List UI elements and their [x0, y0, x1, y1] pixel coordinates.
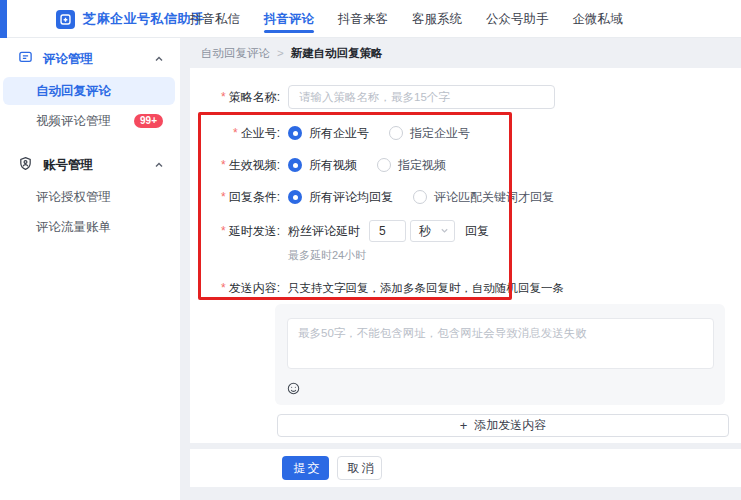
sidebar-section-title: 账号管理 — [43, 157, 93, 174]
header-accent-bar — [0, 0, 7, 38]
add-send-content-label: 添加发送内容 — [474, 417, 546, 434]
cancel-button[interactable]: 取消 — [337, 456, 382, 480]
sidebar-item-comment-traffic-bill[interactable]: 评论流量账单 — [3, 213, 175, 241]
plus-icon: + — [460, 418, 468, 433]
app-logo-icon — [56, 10, 75, 29]
delay-hint-text: 最多延时24小时 — [288, 248, 366, 263]
delay-unit-value: 秒 — [419, 223, 431, 240]
page-title: 新建自动回复策略 — [291, 46, 383, 61]
radio-unselected-icon — [377, 158, 391, 172]
sidebar-section-title: 评论管理 — [43, 51, 93, 68]
radio-reply-keyword-match[interactable]: 评论匹配关键词才回复 — [413, 189, 554, 206]
form-footer-bar: 提交 取消 — [190, 449, 741, 487]
chevron-up-icon — [154, 160, 164, 170]
radio-unselected-icon — [413, 190, 427, 204]
delay-unit-select[interactable]: 秒 — [410, 220, 455, 242]
strategy-name-input[interactable] — [288, 85, 555, 109]
top-header: 芝麻企业号私信助手 抖音私信 抖音评论 抖音来客 客服系统 公众号助手 企微私域 — [0, 0, 741, 38]
breadcrumb: 自动回复评论 > 新建自动回复策略 — [180, 38, 741, 68]
sidebar-item-label: 评论流量账单 — [36, 219, 111, 236]
sidebar-item-label: 视频评论管理 — [36, 113, 111, 130]
radio-unselected-icon — [389, 126, 403, 140]
enterprise-account-row: *企业号: 所有企业号 指定企业号 — [190, 125, 731, 141]
strategy-name-label: 策略名称: — [229, 90, 280, 104]
radio-specified-accounts[interactable]: 指定企业号 — [389, 125, 470, 142]
app-title: 芝麻企业号私信助手 — [83, 10, 205, 28]
emoji-picker-button[interactable] — [287, 380, 303, 396]
nav-tab-wecom[interactable]: 企微私域 — [571, 0, 625, 38]
effective-video-label: 生效视频: — [229, 158, 280, 172]
breadcrumb-parent-link[interactable]: 自动回复评论 — [201, 46, 270, 61]
sidebar: 评论管理 自动回复评论 视频评论管理 99+ 账号管理 评论 — [0, 38, 180, 500]
reply-content-textarea[interactable] — [287, 318, 714, 369]
radio-selected-icon — [288, 158, 302, 172]
sidebar-item-auto-reply-comment[interactable]: 自动回复评论 — [3, 77, 175, 105]
send-content-row: *发送内容: 只支持文字回复，添加多条回复时，自动随机回复一条 — [190, 280, 731, 296]
app-logo[interactable]: 芝麻企业号私信助手 — [56, 0, 205, 38]
chevron-right-icon: > — [277, 47, 284, 59]
radio-selected-icon — [288, 126, 302, 140]
radio-specified-videos[interactable]: 指定视频 — [377, 157, 446, 174]
sidebar-section-account-manage[interactable]: 账号管理 — [0, 149, 180, 181]
strategy-name-row: *策略名称: — [190, 85, 731, 109]
new-strategy-form-card: *策略名称: *企业号: 所有企业号 指定企业号 — [190, 68, 741, 443]
sidebar-item-label: 评论授权管理 — [36, 189, 111, 206]
nav-tab-douyin-private-msg[interactable]: 抖音私信 — [188, 0, 242, 38]
chevron-up-icon — [154, 54, 164, 64]
radio-all-videos[interactable]: 所有视频 — [288, 157, 357, 174]
send-content-label: 发送内容: — [229, 281, 280, 295]
reply-condition-label: 回复条件: — [229, 190, 280, 204]
nav-tab-official-account[interactable]: 公众号助手 — [484, 0, 551, 38]
radio-all-accounts[interactable]: 所有企业号 — [288, 125, 369, 142]
delay-send-label: 延时发送: — [229, 224, 280, 238]
delay-suffix-text: 回复 — [465, 223, 489, 240]
effective-video-row: *生效视频: 所有视频 指定视频 — [190, 157, 731, 173]
required-mark: * — [221, 90, 226, 104]
shield-icon — [18, 156, 33, 175]
enterprise-account-label: 企业号: — [241, 126, 280, 140]
nav-tab-douyin-comment[interactable]: 抖音评论 — [262, 0, 316, 38]
delay-value-input[interactable] — [369, 220, 406, 242]
sidebar-item-comment-auth-manage[interactable]: 评论授权管理 — [3, 183, 175, 211]
delay-prefix-text: 粉丝评论延时 — [288, 223, 360, 240]
unread-count-badge: 99+ — [134, 114, 163, 128]
main-content: 自动回复评论 > 新建自动回复策略 *策略名称: *企业号: 所有企业号 — [180, 38, 741, 500]
add-send-content-button[interactable]: + 添加发送内容 — [277, 414, 729, 437]
comment-bubble-icon — [18, 50, 33, 69]
sidebar-item-video-comment-manage[interactable]: 视频评论管理 99+ — [3, 107, 175, 135]
app-root: 芝麻企业号私信助手 抖音私信 抖音评论 抖音来客 客服系统 公众号助手 企微私域… — [0, 0, 741, 500]
send-content-description: 只支持文字回复，添加多条回复时，自动随机回复一条 — [288, 281, 564, 296]
delay-send-row: *延时发送: 粉丝评论延时 秒 回复 — [190, 219, 731, 243]
nav-tab-douyin-visitor[interactable]: 抖音来客 — [336, 0, 390, 38]
nav-tab-cs-system[interactable]: 客服系统 — [410, 0, 464, 38]
chevron-down-icon — [440, 224, 449, 238]
sidebar-section-comment-manage[interactable]: 评论管理 — [0, 43, 180, 75]
reply-condition-row: *回复条件: 所有评论均回复 评论匹配关键词才回复 — [190, 189, 731, 205]
top-nav: 抖音私信 抖音评论 抖音来客 客服系统 公众号助手 企微私域 — [188, 0, 625, 38]
radio-reply-all-comments[interactable]: 所有评论均回复 — [288, 189, 393, 206]
submit-button[interactable]: 提交 — [282, 456, 329, 480]
radio-selected-icon — [288, 190, 302, 204]
reply-content-panel — [275, 304, 725, 405]
sidebar-item-label: 自动回复评论 — [36, 83, 111, 100]
